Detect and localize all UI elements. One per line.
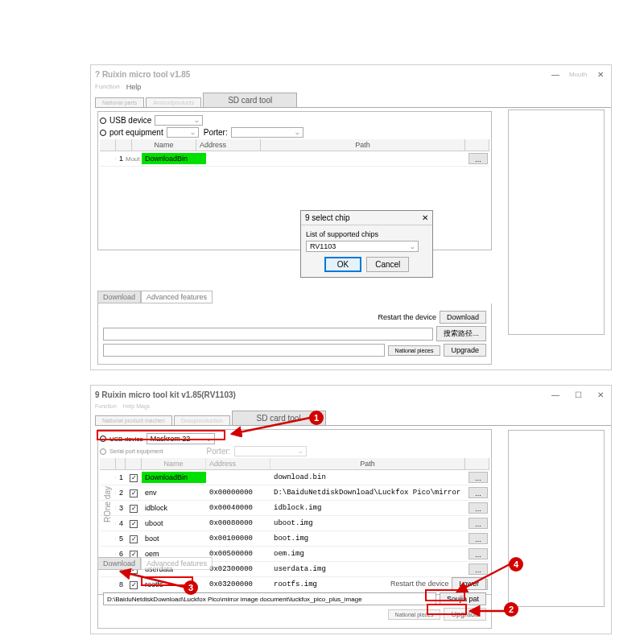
tab-national[interactable]: National parts [95,97,144,107]
select-chip-dialog: 9 select chip ✕ List of supported chips … [300,210,433,278]
browse-button[interactable]: ... [469,518,488,529]
badge-4: 4 [509,557,523,572]
port-radio[interactable] [100,130,106,136]
col-address: Address [196,139,261,151]
browse-button[interactable]: ... [469,472,488,483]
ok-button[interactable]: OK [324,257,361,272]
row-checkbox[interactable]: ✓ [130,489,138,497]
menu-function[interactable]: Function [95,83,120,91]
port-combo[interactable]: ⌵ [167,127,199,138]
usb-device-label: USB device [109,436,143,443]
browse-button[interactable]: ... [469,502,488,514]
row-path: boot.img [270,533,465,544]
upgrade-button[interactable]: Upgrade [444,608,486,621]
menu-function[interactable]: Function [95,403,117,409]
table-row[interactable]: 2✓env0x00000000D:\BaiduNetdiskDownload\L… [100,485,489,501]
chevron-down-icon: ⌵ [207,436,211,443]
maximize-button[interactable]: ☐ [572,388,584,401]
preview-panel [508,430,605,607]
table-row[interactable]: 5✓boot0x00100000boot.img... [100,531,489,547]
row-address: 0x00040000 [206,502,270,514]
tab-national[interactable]: National product machen [95,415,172,425]
row-path: uboot.img [270,518,465,529]
download-button[interactable]: Download [440,311,486,324]
menu-bar: Function Help [91,83,611,93]
porter-combo[interactable]: ⌵ [234,446,307,456]
menu-help[interactable]: Help Mags [123,403,150,409]
path-input[interactable] [103,592,436,605]
browse-button[interactable]: ... [469,533,488,544]
chevron-down-icon: ⌵ [411,243,415,250]
row-name: env [142,487,206,498]
tab-advanced[interactable]: Advanced features [141,557,213,570]
main-tabs: National product machen Groupcroduction … [95,411,611,426]
titlebar: ? Ruixin micro tool v1.85 — Mouth ✕ [91,65,611,83]
row-address: 0x00080000 [206,518,270,529]
table-row[interactable]: 1✓DownloadBindownload.bin... [100,470,489,485]
row-name: DownloadBin [142,472,206,483]
table-row[interactable]: 1 Mout DownloadBin ... [100,151,489,167]
usb-combo[interactable]: Maskrom 22⌵ [147,433,215,444]
tab-download[interactable]: Download [97,291,141,303]
restart-label: Restart the device [390,580,449,588]
tab-android[interactable]: Androidproducts [146,97,201,107]
dialog-close-button[interactable]: ✕ [422,213,428,222]
port-equipment-label: port equipment [109,128,163,137]
path-input-1[interactable] [103,328,433,341]
close-button[interactable]: ✕ [594,388,607,401]
window-title: ? Ruixin micro tool v1.85 [95,70,549,79]
row-path: D:\BaiduNetdiskDownload\Luckfox Pico\mir… [270,487,465,498]
usb-radio[interactable] [100,118,106,124]
serial-label: Serial port equipment [109,448,163,454]
table-row[interactable]: 4✓uboot0x00080000uboot.img... [100,516,489,531]
menu-bar: Function Help Mags [91,403,611,411]
badge-2: 2 [504,602,518,617]
serial-radio[interactable] [100,448,106,455]
badge-1: 1 [309,411,324,425]
row-address: 0x00100000 [206,533,270,544]
col-address: Address [206,458,270,469]
window-2: 9 Ruixin micro tool kit v1.85(RV1103) — … [90,385,612,634]
national-pieces-button[interactable]: National pieces [388,345,441,356]
dialog-title: 9 select chip [305,213,350,222]
download-bin-cell: DownloadBin [142,153,206,164]
row-address [206,476,270,479]
row-checkbox[interactable]: ✓ [130,520,138,528]
chevron-down-icon: ⌵ [299,448,303,455]
row-checkbox[interactable]: ✓ [130,474,138,482]
minimize-button[interactable]: — [549,388,562,401]
tab-sdcard[interactable]: SD card tool [203,93,297,107]
window-1: ? Ruixin micro tool v1.85 — Mouth ✕ Func… [90,64,612,370]
col-path: Path [270,458,465,469]
porter-combo[interactable]: ⌵ [231,127,303,138]
badge-3: 3 [184,580,198,595]
search-path-button[interactable]: 搜索路径... [436,326,486,341]
path-input-2[interactable] [103,344,385,357]
main-tabs: National parts Androidproducts SD card t… [95,93,611,108]
chip-combo[interactable]: RV1103⌵ [306,241,419,252]
tab-advanced[interactable]: Advanced features [141,291,213,303]
browse-button[interactable]: ... [469,487,488,498]
maximize-button[interactable]: Mouth [572,68,584,80]
cancel-button[interactable]: Cancel [366,257,409,272]
national-pieces-button[interactable]: National pieces [388,609,441,620]
usb-radio[interactable] [100,436,106,442]
close-button[interactable]: ✕ [594,68,607,80]
soujia-button[interactable]: Soujia pat [440,592,486,605]
menu-help[interactable]: Help [126,83,142,91]
restart-label: Restart the device [378,313,436,321]
row-checkbox[interactable]: ✓ [130,505,138,513]
tab-download[interactable]: Download [97,557,141,570]
usb-combo[interactable]: ⌵ [155,115,203,126]
browse-button[interactable]: ... [469,153,488,164]
row-path: idblock.img [270,502,465,514]
lower-button[interactable]: Lower [452,577,486,590]
row-checkbox[interactable]: ✓ [130,535,138,543]
table-row[interactable]: 3✓idblock0x00040000idblock.img... [100,501,489,516]
col-path: Path [261,139,465,151]
titlebar: 9 Ruixin micro tool kit v1.85(RV1103) — … [91,386,611,403]
porter-label: Porter: [207,447,231,456]
upgrade-button[interactable]: Upgrade [444,344,486,357]
minimize-button[interactable]: — [549,68,562,80]
tab-group[interactable]: Groupcroduction [174,415,230,425]
